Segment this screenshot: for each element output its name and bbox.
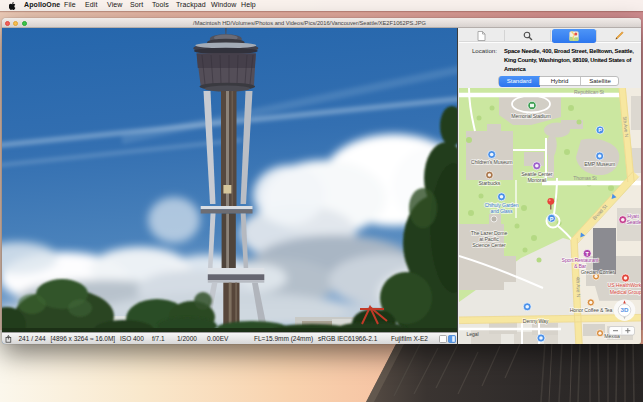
svg-text:Memorial Stadium: Memorial Stadium xyxy=(511,113,550,119)
svg-text:Medical Group: Medical Group xyxy=(610,289,641,295)
svg-text:Monorail: Monorail xyxy=(527,177,546,183)
svg-text:EMP Museum: EMP Museum xyxy=(584,161,615,167)
svg-text:P: P xyxy=(598,127,602,133)
svg-text:P: P xyxy=(550,216,554,222)
svg-text:Sport Restaurant: Sport Restaurant xyxy=(562,257,600,263)
svg-text:Seattle: Seattle xyxy=(626,219,641,225)
svg-text:and Glass: and Glass xyxy=(490,208,513,214)
svg-text:Science Center: Science Center xyxy=(472,242,506,248)
svg-text:US HealthWorks: US HealthWorks xyxy=(608,282,641,288)
svg-text:Grecian Corner: Grecian Corner xyxy=(581,269,615,275)
svg-text:Children's Museum: Children's Museum xyxy=(471,159,513,165)
svg-text:Republican St: Republican St xyxy=(574,89,605,95)
svg-text:3D: 3D xyxy=(621,306,629,313)
svg-text:& Bar: & Bar xyxy=(574,263,587,269)
svg-text:Legal: Legal xyxy=(467,331,479,337)
svg-text:Starbucks: Starbucks xyxy=(479,180,501,186)
svg-text:Thomas St: Thomas St xyxy=(573,175,597,181)
svg-text:Denny Way: Denny Way xyxy=(523,318,549,324)
svg-text:4th Ave N: 4th Ave N xyxy=(575,276,582,297)
svg-text:Honor Coffee & Tea: Honor Coffee & Tea xyxy=(570,307,613,313)
